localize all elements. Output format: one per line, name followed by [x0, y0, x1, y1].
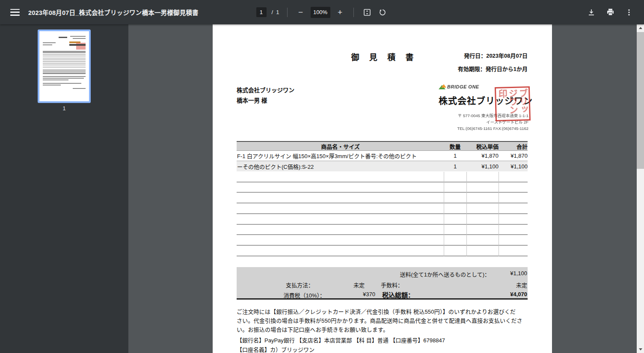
shipping-value: ¥1,100 — [510, 270, 527, 277]
fit-page-icon — [363, 9, 371, 16]
fee-value: 未定 — [516, 281, 527, 289]
table-row: F-1 白アクリルサイン 幅150×高150×厚3mm/ピクト番号:その他のピク… — [237, 151, 528, 161]
item-unit-price: ¥1,870 — [466, 153, 499, 159]
seal-text: ブリッジワン印 — [497, 88, 528, 119]
recipient-company: 株式会社ブリッジワン — [237, 85, 294, 94]
print-button[interactable] — [605, 7, 616, 18]
order-note-line: ご注文時には【銀行振込／クレジットカード決済／代金引換（手数料 税込550円）】… — [237, 307, 516, 315]
col-header-product: 商品名・サイズ — [237, 142, 444, 150]
zoom-in-button[interactable]: + — [335, 7, 346, 18]
document-title: 2023年08月07日_株式会社ブリッジワン橋本一男様御見積書 — [28, 8, 199, 17]
item-name: F-1 白アクリルサイン 幅150×高150×厚3mm/ピクト番号:その他のピク… — [237, 152, 444, 160]
shipping-label: 送料(全て1か所へ送るものとして)： — [400, 270, 490, 278]
vertical-scrollbar[interactable] — [637, 24, 644, 353]
validity-period: 有効期限：発行日から1か月 — [458, 65, 528, 73]
grand-total-label: 税込総額： — [382, 290, 414, 299]
scrollbar-thumb[interactable] — [637, 32, 644, 169]
col-header-unit-price: 税込単価 — [466, 142, 499, 150]
col-header-qty: 数量 — [444, 142, 466, 150]
page-count-label: / 1 — [271, 9, 279, 15]
item-total: ¥1,870 — [499, 153, 528, 159]
toolbar-divider — [353, 8, 354, 17]
fee-label: 手数料： — [381, 281, 403, 289]
item-qty: 1 — [444, 153, 466, 159]
rotate-ccw-icon — [379, 9, 386, 16]
more-options-button[interactable] — [623, 7, 635, 18]
toolbar-divider — [287, 8, 288, 17]
col-header-total: 合計 — [499, 142, 528, 150]
download-icon — [588, 9, 595, 16]
print-icon — [606, 8, 614, 16]
scroll-down-button[interactable] — [637, 346, 644, 353]
thumbnail-page-number: 1 — [38, 106, 91, 112]
page-thumbnail[interactable] — [38, 29, 91, 103]
item-qty: 1 — [444, 163, 466, 170]
more-vert-icon — [625, 9, 633, 16]
menu-icon[interactable] — [10, 9, 20, 16]
download-button[interactable] — [586, 7, 597, 18]
order-note-line: さい。代金引換の場合は手数料が550円かかります。商品配送時に商品代金と併せて配… — [237, 316, 522, 324]
items-table-header: 商品名・サイズ 数量 税込単価 合計 — [237, 141, 528, 151]
zoom-level-display: 100% — [311, 7, 330, 18]
pdf-viewer-area: 御 見 積 書 発行日：2023年08月07日 有効期限：発行日から1か月 株式… — [128, 24, 637, 353]
item-total: ¥1,100 — [499, 163, 528, 170]
empty-table-rows — [237, 172, 528, 256]
issue-date: 発行日：2023年08月07日 — [464, 51, 528, 59]
scroll-up-button[interactable] — [637, 24, 644, 32]
bank-info-line: 【銀行名】PayPay銀行 【支店名】本店営業部 【科 目】普通 【口座番号】6… — [237, 336, 445, 344]
zoom-out-button[interactable]: − — [295, 7, 306, 18]
recipient-name: 橋本一男 様 — [237, 96, 267, 104]
thumbnail-sidebar: 1 — [0, 24, 128, 353]
pdf-toolbar: 2023年08月07日_株式会社ブリッジワン橋本一男様御見積書 / 1 − 10… — [0, 0, 644, 24]
totals-summary: 送料(全て1か所へ送るものとして)： ¥1,100 支払方法： 未定 手数料： … — [237, 267, 528, 300]
item-name: ーその他のピクト(C価格):S-22 — [237, 162, 444, 171]
items-table: 商品名・サイズ 数量 税込単価 合計 F-1 白アクリルサイン 幅150×高15… — [237, 141, 528, 171]
payment-method-label: 支払方法： — [286, 281, 314, 289]
logo-text: BRIDGE ONE — [447, 84, 479, 89]
order-note-line: い。お振込の場合は下記口座へお手続きをお願い致します。 — [237, 325, 389, 333]
scroll-up-icon — [639, 27, 642, 29]
rotate-button[interactable] — [377, 7, 388, 18]
page-number-input[interactable] — [256, 7, 266, 17]
bridge-one-logo-icon — [439, 84, 445, 89]
bank-info-line: 【口座名義】カ）ブリッジワン — [237, 345, 315, 353]
pdf-page: 御 見 積 書 発行日：2023年08月07日 有効期限：発行日から1か月 株式… — [213, 24, 552, 353]
tax-label: 消費税（10%）： — [283, 291, 325, 299]
issuer-address-line3: TEL:(06)6745-1161 FAX:(06)6745-1162 — [439, 125, 528, 132]
fit-page-button[interactable] — [362, 7, 373, 18]
table-row: ーその他のピクト(C価格):S-22 1 ¥1,100 ¥1,100 — [237, 161, 528, 171]
payment-method-value: 未定 — [353, 281, 365, 289]
grand-total-value: ¥4,070 — [510, 291, 527, 297]
item-unit-price: ¥1,100 — [466, 163, 499, 170]
thumbnail-preview — [39, 31, 89, 101]
scroll-down-icon — [639, 348, 642, 350]
tax-value: ¥370 — [363, 291, 375, 297]
company-seal-stamp: ブリッジワン印 — [495, 86, 531, 121]
